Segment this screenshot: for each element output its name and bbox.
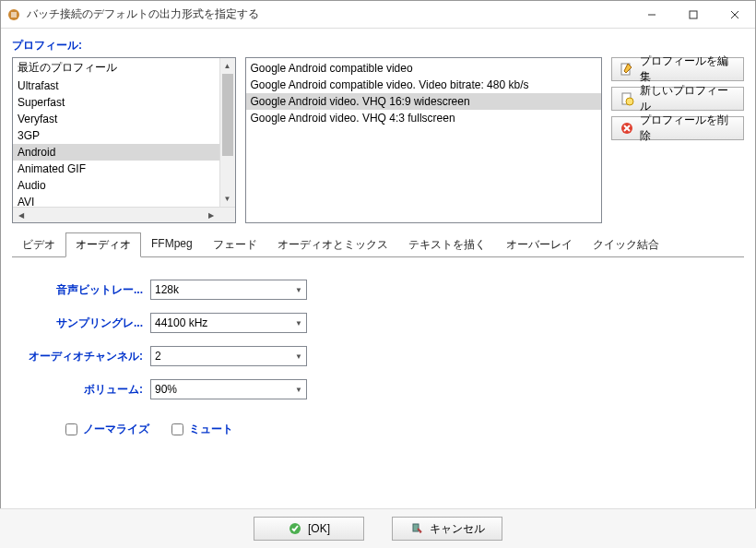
delete-profile-label: プロフィールを削除 [640, 113, 736, 144]
horizontal-scrollbar[interactable]: ◀ ▶ [13, 207, 235, 222]
new-profile-label: 新しいプロフィール [640, 83, 736, 114]
category-list-item[interactable]: Animated GIF [13, 161, 219, 177]
titlebar: バッチ接続のデフォルトの出力形式を指定する [1, 1, 755, 29]
tab-6[interactable]: オーバーレイ [496, 232, 583, 257]
svg-rect-1 [11, 12, 17, 18]
bitrate-combo[interactable]: 128k ▼ [150, 280, 307, 300]
tab-3[interactable]: フェード [203, 232, 267, 257]
scroll-up-icon[interactable]: ▲ [220, 58, 235, 74]
bitrate-value: 128k [155, 283, 179, 296]
tab-strip: ビデオオーディオFFMpegフェードオーディオとミックステキストを描くオーバーレ… [12, 232, 744, 257]
sampling-value: 44100 kHz [155, 316, 207, 329]
cancel-label: キャンセル [430, 521, 485, 537]
scroll-down-icon[interactable]: ▼ [220, 191, 235, 207]
mute-checkbox[interactable]: ミュート [171, 422, 233, 437]
svg-rect-3 [690, 11, 697, 18]
profile-list-item[interactable]: Google Android video. VHQ 16:9 widescree… [246, 93, 602, 110]
audio-tab-panel: 音声ビットレー... 128k ▼ サンプリングレ... 44100 kHz ▼… [12, 256, 744, 533]
chevron-down-icon: ▼ [295, 319, 302, 328]
scroll-left-icon[interactable]: ◀ [13, 208, 29, 222]
tab-1[interactable]: オーディオ [65, 232, 141, 257]
cancel-button[interactable]: キャンセル [392, 517, 502, 541]
svg-rect-13 [413, 524, 419, 531]
new-profile-button[interactable]: 新しいプロフィール [611, 87, 744, 111]
window-title: バッチ接続のデフォルトの出力形式を指定する [27, 6, 631, 22]
tab-5[interactable]: テキストを描く [398, 232, 496, 257]
mute-label: ミュート [189, 422, 233, 437]
ok-label: [OK] [308, 522, 330, 535]
category-list-item[interactable]: 最近のプロフィール [13, 58, 219, 77]
channels-label: オーディオチャンネル: [21, 349, 150, 364]
ok-icon [288, 521, 302, 536]
mute-input[interactable] [171, 423, 183, 435]
category-list-item[interactable]: Android [13, 144, 219, 161]
vertical-scrollbar[interactable]: ▲ ▼ [219, 58, 235, 207]
normalize-label: ノーマライズ [83, 422, 149, 437]
profile-listbox[interactable]: Google Android compatible videoGoogle An… [245, 57, 603, 223]
maximize-button[interactable] [672, 1, 714, 28]
edit-icon [620, 62, 634, 77]
category-listbox[interactable]: 最近のプロフィールUltrafastSuperfastVeryfast3GPAn… [12, 57, 236, 223]
bitrate-label: 音声ビットレー... [21, 282, 150, 298]
ok-button[interactable]: [OK] [254, 517, 364, 541]
profile-list-item[interactable]: Google Android compatible video. Video b… [246, 77, 602, 93]
channels-value: 2 [155, 350, 161, 363]
dialog-button-bar: [OK] キャンセル [0, 508, 756, 548]
chevron-down-icon: ▼ [295, 352, 302, 361]
normalize-input[interactable] [65, 423, 77, 435]
minimize-button[interactable] [631, 1, 672, 28]
category-list-item[interactable]: 3GP [13, 127, 219, 144]
delete-icon [620, 121, 634, 136]
profile-list-item[interactable]: Google Android compatible video [246, 60, 602, 77]
scroll-right-icon[interactable]: ▶ [204, 208, 219, 222]
chevron-down-icon: ▼ [295, 386, 302, 394]
svg-point-8 [626, 98, 633, 105]
sampling-label: サンプリングレ... [21, 316, 150, 331]
category-list-item[interactable]: AVI [13, 194, 219, 207]
chevron-down-icon: ▼ [295, 286, 302, 294]
tab-0[interactable]: ビデオ [12, 232, 65, 257]
volume-combo[interactable]: 90% ▼ [150, 379, 307, 399]
tab-2[interactable]: FFMpeg [141, 232, 203, 257]
volume-value: 90% [155, 383, 177, 396]
app-icon [6, 7, 21, 22]
scrollbar-thumb[interactable] [222, 74, 233, 156]
category-list-item[interactable]: Ultrafast [13, 77, 219, 94]
category-list-item[interactable]: Audio [13, 177, 219, 194]
close-button[interactable] [714, 1, 755, 28]
edit-profile-label: プロフィールを編集 [640, 54, 736, 85]
delete-profile-button[interactable]: プロフィールを削除 [611, 116, 744, 140]
volume-label: ボリューム: [21, 382, 150, 398]
channels-combo[interactable]: 2 ▼ [150, 346, 307, 366]
edit-profile-button[interactable]: プロフィールを編集 [611, 57, 744, 81]
tab-7[interactable]: クイック結合 [583, 232, 669, 257]
category-list-item[interactable]: Superfast [13, 94, 219, 111]
sampling-combo[interactable]: 44100 kHz ▼ [150, 313, 307, 333]
new-icon [620, 91, 634, 106]
category-list-item[interactable]: Veryfast [13, 111, 219, 127]
tab-4[interactable]: オーディオとミックス [267, 232, 398, 257]
normalize-checkbox[interactable]: ノーマライズ [65, 422, 149, 437]
cancel-icon [409, 521, 424, 536]
profile-list-item[interactable]: Google Android video. VHQ 4:3 fullscreen [246, 110, 602, 126]
profile-label: プロフィール: [12, 38, 744, 54]
